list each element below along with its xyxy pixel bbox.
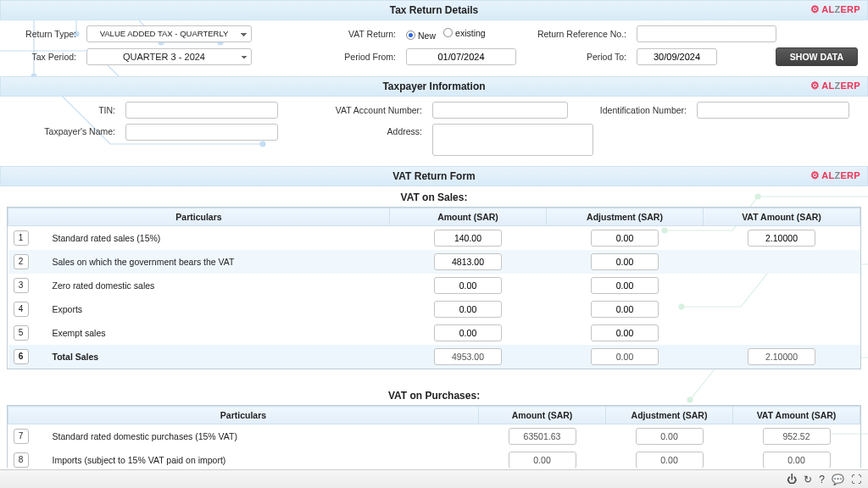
radio-dot-icon xyxy=(406,30,415,40)
period-to-label: Period To: xyxy=(521,52,632,62)
particulars-cell: Total Sales xyxy=(47,345,390,369)
col-particulars: Particulars xyxy=(8,407,479,424)
amount-input xyxy=(763,452,831,468)
power-icon[interactable]: ⏻ xyxy=(787,474,797,485)
particulars-cell: Standard rated domestic purchases (15% V… xyxy=(47,424,479,449)
tin-label: TIN: xyxy=(10,105,120,115)
taxpayer-name-label: Taxpayer's Name: xyxy=(10,124,120,136)
table-row: 6Total Sales xyxy=(8,345,860,369)
chat-icon[interactable]: 💬 xyxy=(832,474,844,485)
table-row: 3Zero rated domestic sales xyxy=(8,274,860,297)
return-type-select[interactable]: VALUE ADDED TAX - QUARTERLY xyxy=(86,25,252,42)
particulars-cell: Exempt sales xyxy=(47,321,390,345)
fullscreen-icon[interactable]: ⛶ xyxy=(851,474,861,485)
amount-input[interactable] xyxy=(434,324,502,341)
brand-badge: ⚙ ALZERP xyxy=(810,80,860,92)
col-adjustment: Adjustment (SAR) xyxy=(547,208,704,226)
vat-account-label: VAT Account Number: xyxy=(283,105,427,115)
amount-input[interactable] xyxy=(748,230,815,247)
particulars-cell: Zero rated domestic sales xyxy=(47,274,390,297)
period-from-label: Period From: xyxy=(257,52,401,62)
vat-return-new-radio[interactable]: New xyxy=(406,30,436,41)
vat-return-form-header: VAT Return Form ⚙ ALZERP xyxy=(0,166,868,186)
amount-input xyxy=(636,452,704,468)
reference-no-label: Return Reference No.: xyxy=(521,29,632,39)
particulars-cell: Standard rated sales (15%) xyxy=(47,226,390,251)
amount-input[interactable] xyxy=(591,230,659,247)
section-title: Tax Return Details xyxy=(390,4,478,16)
table-row: 8Imports (subject to 15% VAT paid on imp… xyxy=(8,448,860,468)
col-amount: Amount (SAR) xyxy=(479,407,606,424)
taxpayer-info-header: Taxpayer Information ⚙ ALZERP xyxy=(0,76,868,97)
identification-input[interactable] xyxy=(697,102,849,119)
row-number: 1 xyxy=(14,230,29,246)
amount-input[interactable] xyxy=(434,301,502,318)
row-number: 8 xyxy=(14,452,29,468)
amount-input xyxy=(591,348,659,365)
row-number: 7 xyxy=(14,429,29,444)
table-row: 1Standard rated sales (15%) xyxy=(8,226,860,251)
tax-period-label: Tax Period: xyxy=(10,52,81,62)
amount-input xyxy=(434,348,502,365)
vat-on-sales-table: Particulars Amount (SAR) Adjustment (SAR… xyxy=(8,208,860,369)
brand-logo-icon: ⚙ xyxy=(810,169,820,181)
tin-input[interactable] xyxy=(125,102,278,119)
col-vat: VAT Amount (SAR) xyxy=(704,208,860,226)
brand-logo-icon: ⚙ xyxy=(810,80,820,92)
amount-input xyxy=(636,428,704,445)
vat-return-existing-radio[interactable]: existing xyxy=(443,28,486,38)
brand-logo-icon: ⚙ xyxy=(810,3,820,15)
refresh-icon[interactable]: ↻ xyxy=(804,474,812,485)
amount-input[interactable] xyxy=(591,324,659,341)
tax-return-details-header: Tax Return Details ⚙ ALZERP xyxy=(0,0,868,20)
vat-on-purchases-title: VAT on Purchases: xyxy=(7,385,861,405)
row-number: 4 xyxy=(14,302,29,317)
particulars-cell: Exports xyxy=(47,297,390,321)
col-vat: VAT Amount (SAR) xyxy=(733,407,860,424)
show-data-button[interactable]: SHOW DATA xyxy=(776,47,858,66)
row-number: 6 xyxy=(14,349,29,364)
taxpayer-info-body: TIN: VAT Account Number: Identification … xyxy=(0,97,868,166)
col-particulars: Particulars xyxy=(8,208,390,226)
particulars-cell: Sales on which the government bears the … xyxy=(47,250,390,274)
taxpayer-name-input[interactable] xyxy=(125,124,278,141)
identification-label: Identification Number: xyxy=(573,105,692,115)
col-adjustment: Adjustment (SAR) xyxy=(606,407,733,424)
particulars-cell: Imports (subject to 15% VAT paid on impo… xyxy=(47,448,479,468)
section-title: Taxpayer Information xyxy=(382,80,485,92)
tax-return-details-body: Return Type: VALUE ADDED TAX - QUARTERLY… xyxy=(0,20,868,76)
table-row: 5Exempt sales xyxy=(8,321,860,345)
status-bar: ⏻ ↻ ? 💬 ⛶ xyxy=(0,469,868,488)
amount-input[interactable] xyxy=(591,253,659,270)
return-type-label: Return Type: xyxy=(10,29,81,39)
radio-dot-icon xyxy=(443,28,453,37)
period-to-input[interactable] xyxy=(637,48,717,65)
address-input[interactable] xyxy=(432,124,593,156)
vat-on-purchases-table: Particulars Amount (SAR) Adjustment (SAR… xyxy=(8,406,860,468)
table-row: 7Standard rated domestic purchases (15% … xyxy=(8,424,860,449)
amount-input[interactable] xyxy=(434,277,502,294)
vat-return-label: VAT Return: xyxy=(257,29,401,39)
amount-input[interactable] xyxy=(591,277,659,294)
amount-input[interactable] xyxy=(434,253,502,270)
tax-period-select[interactable]: QUARTER 3 - 2024 xyxy=(86,48,252,65)
brand-badge: ⚙ ALZERP xyxy=(810,3,860,15)
brand-badge: ⚙ ALZERP xyxy=(810,169,860,181)
row-number: 5 xyxy=(14,325,29,341)
amount-input[interactable] xyxy=(434,230,502,247)
amount-input xyxy=(748,348,815,365)
vat-account-input[interactable] xyxy=(432,102,568,119)
col-amount: Amount (SAR) xyxy=(390,208,547,226)
table-row: 2Sales on which the government bears the… xyxy=(8,250,860,274)
row-number: 3 xyxy=(14,278,29,293)
amount-input[interactable] xyxy=(591,301,659,318)
reference-no-input[interactable] xyxy=(637,25,776,42)
section-title: VAT Return Form xyxy=(392,170,476,182)
period-from-input[interactable] xyxy=(406,48,516,65)
amount-input xyxy=(763,428,831,445)
address-label: Address: xyxy=(283,124,427,136)
row-number: 2 xyxy=(14,254,29,269)
vat-on-sales-title: VAT on Sales: xyxy=(7,186,861,207)
help-icon[interactable]: ? xyxy=(819,474,825,485)
amount-input xyxy=(509,452,576,468)
